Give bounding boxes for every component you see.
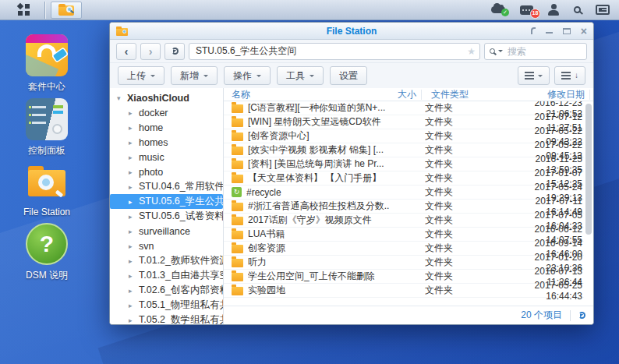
sidebar-tree-item[interactable]: ▸ STU.05.6_学生公共空间	[110, 194, 223, 209]
sidebar-tree-item[interactable]: ▸ docker	[110, 105, 223, 120]
tools-button-label: 工具	[286, 69, 305, 83]
column-header-size[interactable]: 大小	[395, 90, 422, 100]
upload-button[interactable]: 上传	[118, 66, 164, 85]
folder-icon	[232, 203, 243, 211]
sidebar-tree-item[interactable]: ▸ surveillance	[110, 224, 223, 239]
sidebar-tree-item[interactable]: ▸ T.05.1_物理组私有共享空	[110, 298, 223, 313]
tree-arrow-icon: ▸	[129, 228, 135, 235]
desktop-icon-file-station[interactable]: File Station	[12, 161, 81, 217]
tree-arrow-icon: ▸	[129, 302, 135, 309]
tree-arrow-icon: ▸	[129, 124, 135, 132]
user-icon	[548, 4, 559, 16]
file-type: 文件夹	[416, 284, 508, 297]
sidebar-tree-item[interactable]: ▾ XiaoshiCloud	[110, 90, 223, 105]
tree-arrow-icon: ▸	[129, 287, 135, 295]
folder-icon	[232, 287, 243, 295]
notifications-button[interactable]: 18	[518, 4, 535, 16]
sidebar-tree-item[interactable]: ▸ photo	[110, 164, 223, 179]
search-box[interactable]	[484, 43, 587, 60]
file-type: 文件夹	[416, 242, 508, 255]
tree-item-label: STU.05.6_试卷资料下载	[139, 210, 224, 223]
file-station-window: File Station × ‹ › ★ 上传 新增	[109, 22, 594, 325]
sidebar-tree-item[interactable]: ▸ T.05.2_数学组私有共享空	[110, 313, 223, 324]
file-row[interactable]: 实验园地 文件夹 2017-05-25 16:44:43	[224, 284, 584, 298]
desktop-icon-label: 控制面板	[12, 144, 81, 157]
sidebar-tree-item[interactable]: ▸ T.01.3_自由港共享空间	[110, 268, 223, 283]
create-button[interactable]: 新增	[171, 66, 218, 85]
desktop-icon-dsm-help[interactable]: ? DSM 说明	[12, 223, 81, 282]
action-button[interactable]: 操作	[224, 66, 271, 85]
cloud-sync-button[interactable]: ✓	[490, 5, 507, 15]
scrollbar[interactable]	[585, 103, 592, 304]
close-button[interactable]: ×	[581, 26, 587, 37]
desktop-icon-label: 套件中心	[12, 80, 81, 94]
tools-button[interactable]: 工具	[277, 66, 324, 85]
scrollbar-thumb[interactable]	[585, 104, 592, 235]
pin-icon	[531, 27, 536, 34]
view-mode-button[interactable]	[518, 66, 550, 85]
tree-arrow-icon: ▸	[129, 257, 135, 265]
file-rows: [C语言教程][一种你知道的第N+... 文件夹 2016-12-23 21:0…	[224, 101, 593, 306]
refresh-button[interactable]	[164, 43, 185, 60]
tree-arrow-icon: ▸	[129, 139, 135, 147]
sidebar-tree-item[interactable]: ▸ home	[110, 120, 223, 135]
folder-icon	[232, 133, 243, 141]
back-button[interactable]: ‹	[116, 43, 136, 60]
forward-button[interactable]: ›	[140, 43, 161, 60]
folder-icon	[232, 161, 243, 169]
sidebar-tree-item[interactable]: ▸ STU.05.6_试卷资料下载	[110, 209, 223, 224]
file-modified-date: 2017-05-25 16:44:43	[508, 280, 584, 302]
tree-item-label: music	[139, 152, 164, 163]
folder-icon	[232, 217, 243, 225]
path-input[interactable]	[189, 43, 480, 60]
refresh-icon	[172, 48, 179, 55]
sidebar-tree-item[interactable]: ▸ T.01.2_教师软件资源区	[110, 253, 223, 268]
sidebar-tree-item[interactable]: ▸ homes	[110, 135, 223, 150]
refresh-icon	[578, 312, 585, 319]
sidebar-tree-item[interactable]: ▸ music	[110, 150, 223, 164]
tree-item-label: docker	[139, 108, 168, 118]
window-titlebar[interactable]: File Station ×	[110, 23, 593, 40]
tree-item-label: svn	[139, 241, 154, 252]
sidebar-tree-item[interactable]: ▸ svn	[110, 239, 223, 253]
tree-item-label: STU.04.6_常用软件	[139, 180, 224, 193]
folder-icon	[232, 231, 243, 239]
main-menu-button[interactable]	[8, 2, 39, 19]
tree-item-label: home	[139, 122, 163, 133]
tree-item-label: homes	[139, 137, 168, 148]
desktop-icon-package-center[interactable]: 套件中心	[12, 34, 81, 94]
global-search-button[interactable]	[572, 5, 582, 15]
pin-to-tray-button[interactable]	[531, 26, 536, 37]
sidebar-tree-item[interactable]: ▸ T.02.6_创客内部资料	[110, 283, 223, 298]
tree-arrow-icon: ▸	[129, 213, 135, 221]
column-header-type[interactable]: 文件类型	[422, 88, 514, 101]
folder-icon	[232, 175, 243, 183]
window-main: ▾ XiaoshiCloud ▸ docker ▸ home ▸ homes ▸…	[110, 88, 593, 324]
widgets-button[interactable]	[594, 3, 611, 16]
sidebar-tree: ▾ XiaoshiCloud ▸ docker ▸ home ▸ homes ▸…	[110, 88, 224, 324]
folder-icon	[232, 147, 243, 155]
settings-button[interactable]: 设置	[330, 66, 367, 85]
file-name: 【天文星体资料】 【入门手册】	[248, 171, 381, 185]
column-header-name[interactable]: 名称	[224, 88, 395, 101]
taskbar-file-station-button[interactable]	[51, 2, 82, 19]
user-menu-button[interactable]	[546, 2, 561, 17]
favorite-star-icon[interactable]: ★	[467, 45, 476, 58]
file-type: 文件夹	[416, 214, 508, 227]
maximize-button[interactable]	[563, 26, 571, 37]
file-type: 文件夹	[416, 186, 508, 199]
tree-arrow-icon: ▸	[129, 183, 135, 191]
sort-button[interactable]: ↓	[554, 66, 585, 85]
desktop-icon-control-panel[interactable]: 控制面板	[12, 98, 81, 157]
folder-icon	[232, 104, 243, 113]
file-name: [WIN] 星特朗天文望远镜CD软件	[248, 115, 381, 129]
column-header-date[interactable]: 修改日期	[514, 90, 590, 100]
sidebar-tree-item[interactable]: ▸ STU.04.6_常用软件	[110, 179, 223, 194]
search-input[interactable]	[506, 45, 582, 58]
folder-icon	[232, 245, 243, 253]
minimize-button[interactable]	[546, 26, 553, 37]
tree-item-label: STU.05.6_学生公共空间	[139, 195, 224, 208]
refresh-list-button[interactable]	[578, 312, 585, 319]
settings-button-label: 设置	[339, 69, 358, 83]
file-name: [效实中学视频 影视素材 锦集] [...	[248, 143, 384, 157]
